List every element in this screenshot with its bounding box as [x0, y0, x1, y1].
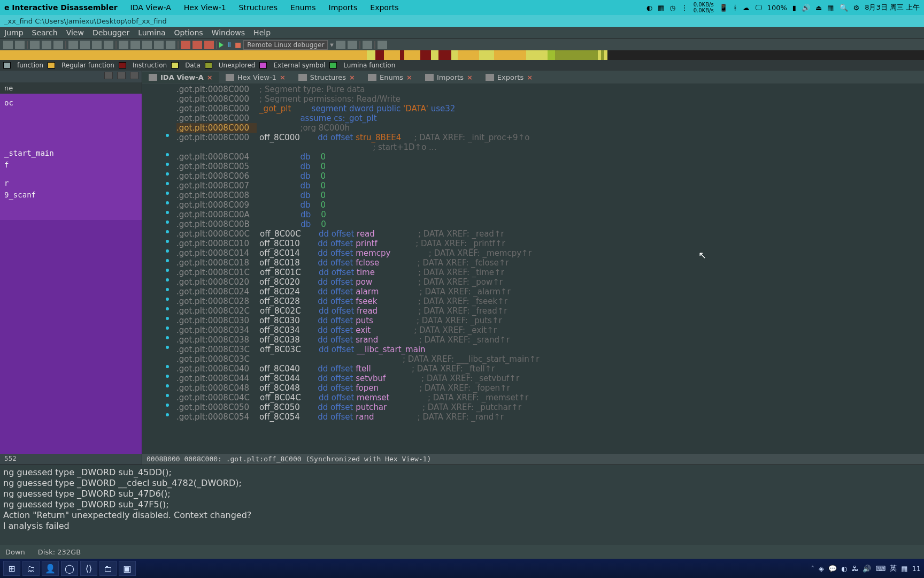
toolbar-btn[interactable] — [154, 41, 164, 49]
bluetooth-icon[interactable]: ᚼ — [733, 4, 737, 12]
task-folder[interactable]: 🗀 — [99, 561, 117, 576]
menu-help[interactable]: Help — [253, 28, 271, 37]
tray-time[interactable]: 11 — [912, 565, 921, 573]
grid-icon[interactable]: ▦ — [827, 4, 834, 12]
pane-minimize[interactable] — [104, 72, 113, 79]
menu-jump[interactable]: Jump — [4, 28, 24, 37]
toolbar-btn[interactable] — [92, 41, 102, 49]
close-icon[interactable]: × — [467, 73, 473, 81]
toolbar-btn[interactable] — [104, 41, 113, 49]
start-button[interactable]: ⊞ — [3, 561, 20, 576]
tab-imports[interactable]: Imports — [329, 3, 358, 12]
view-tabs: IDA View-A×Hex View-1×Structures×Enums×I… — [142, 71, 924, 83]
tab-exports[interactable]: Exports — [370, 3, 398, 12]
tray-wechat-icon[interactable]: 💬 — [828, 565, 837, 573]
function-row[interactable] — [0, 217, 142, 220]
status-bar: Down Disk: 232GB — [0, 545, 924, 559]
menu-search[interactable]: Search — [32, 28, 58, 37]
net-up: 0.0KB/s — [694, 2, 714, 7]
toolbar-btn[interactable] — [204, 41, 214, 49]
monitor-icon[interactable]: 🖵 — [755, 4, 762, 12]
volume-icon[interactable]: 🔊 — [802, 4, 810, 12]
task-explorer[interactable]: 🗂 — [22, 561, 40, 576]
toolbar-btn[interactable] — [130, 41, 140, 49]
clock-icon[interactable]: ◷ — [669, 4, 675, 12]
navigation-bar[interactable] — [0, 50, 924, 60]
run-button[interactable] — [219, 42, 224, 48]
ghost-icon[interactable]: ◐ — [646, 4, 652, 12]
tray-chevron-icon[interactable]: ˄ — [811, 565, 815, 573]
pane-close[interactable] — [130, 72, 138, 79]
pause-button[interactable]: ⏸ — [226, 41, 233, 49]
close-icon[interactable]: × — [207, 73, 213, 81]
function-row[interactable]: r — [0, 177, 142, 189]
toolbar-btn[interactable] — [378, 41, 387, 49]
menu-windows[interactable]: Windows — [212, 28, 245, 37]
function-row[interactable]: oc — [0, 97, 142, 109]
menu-options[interactable]: Options — [174, 28, 203, 37]
toolbar-btn[interactable] — [80, 41, 90, 49]
toolbar-btn[interactable] — [181, 41, 190, 49]
close-icon[interactable]: × — [280, 73, 286, 81]
disassembly-view[interactable]: .got.plt:0008C000 ; Segment type: Pure d… — [142, 83, 924, 454]
toolbar-btn[interactable] — [68, 41, 78, 49]
close-icon[interactable]: × — [527, 73, 533, 81]
toolbar-btn[interactable] — [3, 41, 13, 49]
tab-structures[interactable]: Structures — [239, 3, 278, 12]
function-row[interactable]: _start_main — [0, 147, 142, 159]
tab-enums[interactable]: Enums — [290, 3, 316, 12]
task-app[interactable]: 👤 — [42, 561, 59, 576]
search-icon[interactable]: 🔍 — [840, 4, 848, 12]
calendar-icon[interactable]: ▦ — [658, 4, 664, 12]
tab-hex-view-1[interactable]: Hex View-1 — [184, 3, 226, 12]
output-pane[interactable]: ng guessed type _DWORD sub_45DD();ng gue… — [0, 465, 924, 545]
tray-app-icon[interactable]: ◐ — [841, 565, 847, 573]
phone-icon[interactable]: 📱 — [719, 4, 728, 12]
toolbar-btn[interactable] — [42, 41, 51, 49]
tray-network-icon[interactable]: 🖧 — [851, 565, 858, 573]
debugger-select[interactable]: Remote Linux debugger — [243, 40, 328, 50]
toolbar-btn[interactable] — [348, 41, 357, 49]
vert-dots-icon[interactable]: ⋮ — [681, 4, 688, 12]
close-icon[interactable]: × — [349, 73, 355, 81]
tab-ida-view-a[interactable]: IDA View-A — [130, 3, 171, 12]
tray-ime-icon[interactable]: 英 — [890, 564, 897, 573]
view-tab[interactable]: Hex View-1× — [219, 72, 292, 83]
menu-debugger[interactable]: Debugger — [93, 28, 129, 37]
pane-maximize[interactable] — [117, 72, 126, 79]
toolbar-btn[interactable] — [119, 41, 128, 49]
close-icon[interactable]: × — [406, 73, 412, 81]
view-tab[interactable]: Enums× — [361, 72, 419, 83]
toolbar-btn[interactable] — [30, 41, 40, 49]
tab-icon — [226, 74, 234, 81]
task-chrome[interactable]: ◯ — [61, 561, 78, 576]
task-term[interactable]: ▣ — [119, 561, 136, 576]
toolbar-btn[interactable] — [192, 41, 202, 49]
toolbar-btn[interactable] — [336, 41, 345, 49]
functions-list[interactable]: oc_start_mainfr9_scanf — [0, 94, 142, 454]
eject-icon[interactable]: ⏏ — [815, 4, 822, 12]
view-tab[interactable]: IDA View-A× — [142, 72, 219, 83]
battery-text: 100% — [767, 4, 787, 12]
toolbar-btn[interactable] — [142, 41, 152, 49]
menu-view[interactable]: View — [66, 28, 84, 37]
toolbar-btn[interactable] — [15, 41, 25, 49]
tray-keyboard-icon[interactable]: ⌨ — [875, 565, 886, 573]
tray-app-icon[interactable]: ▦ — [901, 565, 907, 573]
view-tab[interactable]: Imports× — [419, 72, 479, 83]
view-tab[interactable]: Structures× — [292, 72, 361, 83]
tray-volume-icon[interactable]: 🔊 — [863, 565, 871, 573]
toolbar-btn[interactable] — [166, 41, 175, 49]
toolbar-btn[interactable] — [53, 41, 63, 49]
function-row[interactable]: f — [0, 159, 142, 171]
menu-lumina[interactable]: Lumina — [138, 28, 165, 37]
view-tab[interactable]: Exports× — [479, 72, 539, 83]
cloud-icon[interactable]: ☁ — [743, 4, 750, 12]
toolbar-btn[interactable] — [363, 41, 372, 49]
battery-icon[interactable]: ▮ — [792, 4, 796, 12]
control-center-icon[interactable]: ⚙ — [853, 4, 860, 12]
stop-button[interactable]: ■ — [235, 41, 241, 49]
tray-app-icon[interactable]: ◈ — [819, 565, 824, 573]
function-row[interactable]: 9_scanf — [0, 189, 142, 201]
task-vscode[interactable]: ⟨⟩ — [80, 561, 97, 576]
